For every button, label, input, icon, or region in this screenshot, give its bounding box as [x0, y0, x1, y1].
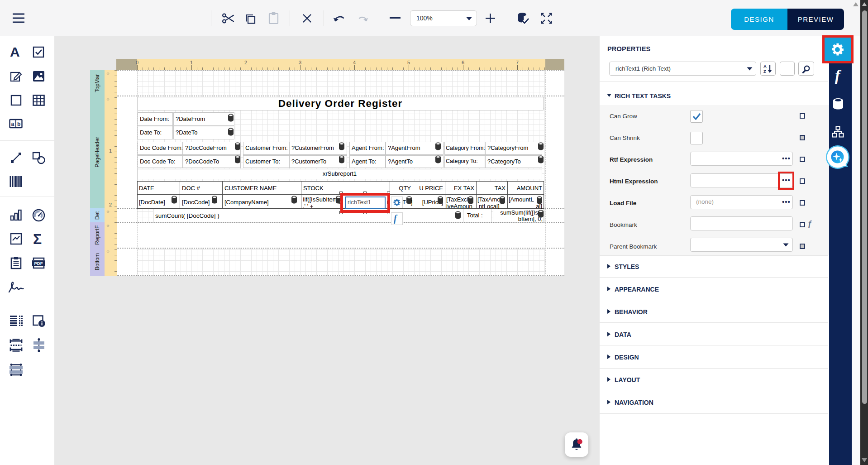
svg-text:a: a [11, 121, 14, 127]
svg-text:Z: Z [763, 69, 766, 73]
svg-text:PDF: PDF [34, 261, 43, 266]
svg-text:A: A [763, 64, 767, 69]
svg-text:b: b [17, 121, 20, 127]
